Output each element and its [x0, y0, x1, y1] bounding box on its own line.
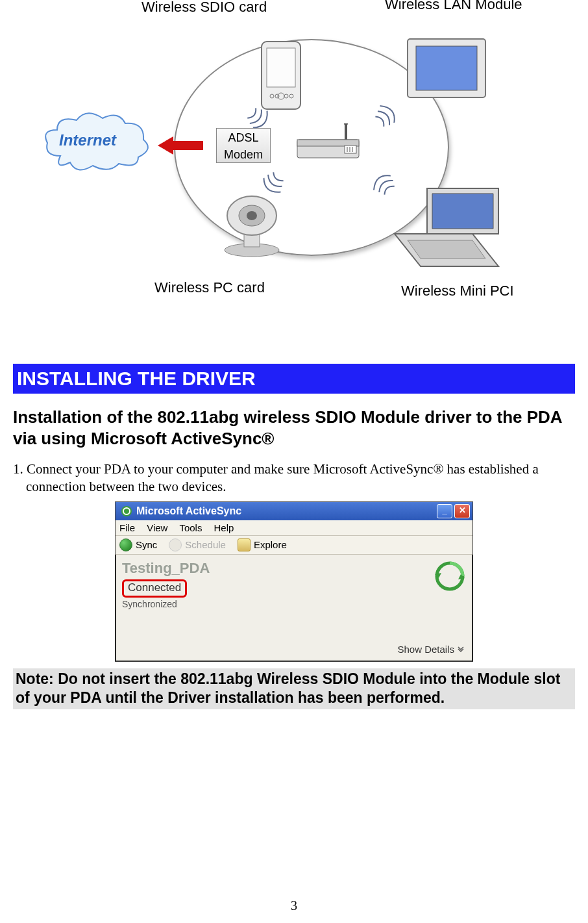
activesync-window: Microsoft ActiveSync _ ✕ File View Tools…: [115, 501, 473, 662]
explore-icon: [238, 538, 251, 551]
menu-file[interactable]: File: [119, 522, 135, 533]
schedule-button: Schedule: [169, 538, 226, 551]
svg-rect-5: [345, 145, 356, 153]
sync-button[interactable]: Sync: [119, 538, 157, 551]
router-icon: [294, 123, 365, 162]
pc-card-icon: [213, 188, 297, 260]
svg-marker-25: [432, 194, 493, 229]
sync-icon: [119, 538, 132, 551]
label-pccard: Wireless PC card: [154, 279, 265, 296]
arrow-icon: [158, 136, 203, 155]
laptop-icon: [388, 182, 511, 273]
svg-point-23: [247, 211, 257, 220]
lan-module-icon: [398, 29, 495, 114]
menu-help[interactable]: Help: [214, 522, 234, 533]
menu-bar: File View Tools Help: [116, 520, 472, 536]
chevron-down-icon: [457, 644, 465, 655]
note-text: Note: Do not insert the 802.11abg Wirele…: [13, 668, 575, 710]
svg-rect-10: [267, 48, 295, 87]
svg-rect-17: [416, 46, 477, 90]
svg-marker-0: [158, 136, 203, 155]
minimize-button[interactable]: _: [437, 504, 452, 518]
sync-spinner-icon: [435, 561, 465, 594]
window-title: Microsoft ActiveSync: [136, 505, 241, 517]
page-number: 3: [0, 898, 588, 913]
activesync-icon: [121, 505, 132, 517]
network-diagram: Wireless SDIO card Wireless LAN Module W…: [41, 0, 547, 325]
connection-status: Connected: [122, 579, 187, 598]
label-lan: Wireless LAN Module: [385, 0, 522, 13]
close-button[interactable]: ✕: [454, 504, 470, 518]
menu-view[interactable]: View: [147, 522, 167, 533]
step-1: 1. Connect your PDA to your computer and…: [13, 461, 575, 496]
schedule-icon: [169, 538, 182, 551]
svg-point-2: [344, 123, 348, 125]
internet-label: Internet: [59, 131, 116, 149]
label-minipci: Wireless Mini PCI: [401, 283, 514, 299]
menu-tools[interactable]: Tools: [179, 522, 202, 533]
section-subheading: Installation of the 802.11abg wireless S…: [13, 407, 575, 449]
adsl-line2: Modem: [217, 146, 270, 163]
window-titlebar: Microsoft ActiveSync _ ✕: [116, 502, 472, 520]
svg-marker-27: [408, 240, 485, 259]
sync-status: Synchronized: [122, 599, 466, 609]
explore-button[interactable]: Explore: [238, 538, 287, 551]
toolbar: Sync Schedule Explore: [116, 536, 472, 555]
label-sdio: Wireless SDIO card: [141, 0, 267, 16]
section-title: INSTALLING THE DRIVER: [13, 364, 575, 394]
window-body: Testing_PDA Connected Synchronized Show …: [116, 555, 472, 661]
device-name: Testing_PDA: [122, 560, 466, 577]
show-details-button[interactable]: Show Details: [397, 644, 465, 655]
